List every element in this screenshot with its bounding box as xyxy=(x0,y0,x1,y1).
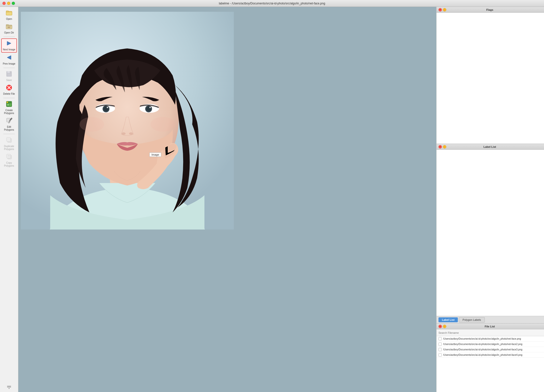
file-panel: ✕ ○ File List /Users/actboy/Documents/sr… xyxy=(437,323,544,392)
file-panel-header: ✕ ○ File List xyxy=(437,323,544,329)
create-polygons-label: Create Polygons xyxy=(2,109,16,115)
file-panel-controls: ✕ ○ xyxy=(438,325,446,328)
delete-file-label: Delete File xyxy=(3,92,15,95)
edit-polygons-label: Edit Polygons xyxy=(2,126,16,131)
delete-file-icon xyxy=(6,84,12,92)
save-icon xyxy=(6,70,12,78)
copy-polygons-button[interactable]: Copy Polygons xyxy=(1,152,17,168)
duplicate-polygons-button[interactable]: Duplicate Polygons xyxy=(1,136,17,152)
flags-close-button[interactable]: ✕ xyxy=(438,8,442,12)
delete-file-button[interactable]: Delete File xyxy=(1,83,17,96)
next-image-button[interactable]: Next Image xyxy=(1,38,17,53)
svg-rect-11 xyxy=(7,71,10,73)
file-checkbox-3[interactable] xyxy=(438,353,442,357)
svg-point-43 xyxy=(149,107,151,108)
file-name-2: /Users/actboy/Documents/src/ai-id-photo/… xyxy=(443,348,522,351)
flags-restore-button[interactable]: ○ xyxy=(443,8,446,12)
file-name-1: /Users/actboy/Documents/src/ai-id-photo/… xyxy=(443,343,522,346)
file-checkbox-2[interactable] xyxy=(438,348,442,351)
svg-point-45 xyxy=(129,132,133,135)
file-list-item[interactable]: /Users/actboy/Documents/src/ai-id-photo/… xyxy=(437,342,544,347)
open-label: Open xyxy=(6,18,12,21)
flags-panel-title: Flags xyxy=(446,8,533,11)
separator-4 xyxy=(4,134,14,134)
file-list: /Users/actboy/Documents/src/ai-id-photo/… xyxy=(437,336,544,392)
separator-2 xyxy=(4,68,14,68)
svg-rect-25 xyxy=(7,138,11,141)
duplicate-polygons-label: Duplicate Polygons xyxy=(2,145,16,151)
maximize-button[interactable] xyxy=(12,2,15,5)
svg-point-19 xyxy=(7,102,8,103)
canvas-image xyxy=(21,12,234,230)
svg-rect-5 xyxy=(6,24,9,26)
separator-3 xyxy=(4,98,14,98)
create-polygons-button[interactable]: Create Polygons xyxy=(1,100,17,116)
next-image-icon xyxy=(6,40,12,48)
tab-polygon-labels[interactable]: Polygon Labels xyxy=(459,317,485,323)
file-name-3: /Users/actboy/Documents/src/ai-id-photo/… xyxy=(443,354,522,356)
canvas-area[interactable]: Image xyxy=(18,7,436,392)
file-name-0: /Users/actboy/Documents/src/ai-id-photo/… xyxy=(443,337,521,340)
tab-label-list[interactable]: Label List xyxy=(438,317,458,322)
label-panel-header: ✕ ○ Label List xyxy=(437,144,544,150)
flags-panel-controls: ✕ ○ xyxy=(438,8,446,12)
save-label: Save xyxy=(6,79,12,82)
svg-rect-18 xyxy=(7,104,9,106)
next-image-label: Next Image xyxy=(3,48,15,51)
svg-point-44 xyxy=(122,132,126,135)
svg-point-46 xyxy=(80,117,104,132)
svg-point-39 xyxy=(107,107,108,108)
edit-polygons-icon xyxy=(6,117,12,125)
window-title: labelme - /Users/actboy/Documents/src/ai… xyxy=(219,2,325,5)
file-checkbox-1[interactable] xyxy=(438,343,442,346)
svg-marker-9 xyxy=(7,56,11,59)
label-restore-button[interactable]: ○ xyxy=(443,145,446,149)
expand-button[interactable] xyxy=(6,384,12,391)
prev-image-icon xyxy=(6,54,12,62)
file-search-bar xyxy=(437,329,544,336)
window-controls xyxy=(2,2,15,5)
duplicate-polygons-icon xyxy=(6,137,12,144)
file-list-item[interactable]: /Users/actboy/Documents/src/ai-id-photo/… xyxy=(437,352,544,358)
edit-polygons-button[interactable]: Edit Polygons xyxy=(1,116,17,132)
flags-panel-body xyxy=(437,13,544,144)
save-button[interactable]: Save xyxy=(1,69,17,83)
label-close-button[interactable]: ✕ xyxy=(438,145,442,149)
file-close-button[interactable]: ✕ xyxy=(438,325,442,328)
copy-polygons-icon xyxy=(6,153,12,161)
create-polygons-icon xyxy=(6,101,12,108)
svg-rect-12 xyxy=(7,74,11,76)
svg-rect-1 xyxy=(6,12,12,15)
file-restore-button[interactable]: ○ xyxy=(443,325,446,328)
file-search-input[interactable] xyxy=(438,331,542,334)
svg-marker-32 xyxy=(9,388,10,389)
prev-image-label: Prev Image xyxy=(3,62,15,65)
toolbar: Open Open Dir Next I xyxy=(0,7,18,392)
prev-image-button[interactable]: Prev Image xyxy=(1,53,17,66)
label-panel-title: Label List xyxy=(446,145,533,148)
open-dir-label: Open Dir xyxy=(4,31,14,34)
open-button[interactable]: Open xyxy=(1,8,17,22)
label-panel-controls: ✕ ○ xyxy=(438,145,446,149)
label-panel-body xyxy=(437,150,544,316)
file-checkbox-0[interactable] xyxy=(438,337,442,340)
minimize-button[interactable] xyxy=(7,2,10,5)
main-area: Open Open Dir Next I xyxy=(0,7,544,392)
svg-marker-8 xyxy=(7,41,11,45)
label-tabs: Label List Polygon Labels xyxy=(437,316,544,323)
file-panel-title: File List xyxy=(446,325,533,328)
open-dir-icon xyxy=(6,23,12,31)
separator-1 xyxy=(4,37,14,37)
svg-rect-2 xyxy=(6,11,9,12)
flags-panel-header: ✕ ○ Flags xyxy=(437,7,544,13)
file-list-item[interactable]: /Users/actboy/Documents/src/ai-id-photo/… xyxy=(437,347,544,352)
label-panel: ✕ ○ Label List Label List Polygon Labels xyxy=(437,144,544,323)
svg-rect-4 xyxy=(6,26,12,29)
close-button[interactable] xyxy=(2,2,6,5)
svg-point-47 xyxy=(151,117,175,132)
right-panels: ✕ ○ Flags ✕ ○ Label List Label List xyxy=(436,7,544,392)
file-list-item[interactable]: /Users/actboy/Documents/src/ai-id-photo/… xyxy=(437,336,544,342)
copy-polygons-label: Copy Polygons xyxy=(2,161,16,167)
title-bar: labelme - /Users/actboy/Documents/src/ai… xyxy=(0,0,544,7)
open-dir-button[interactable]: Open Dir xyxy=(1,22,17,35)
